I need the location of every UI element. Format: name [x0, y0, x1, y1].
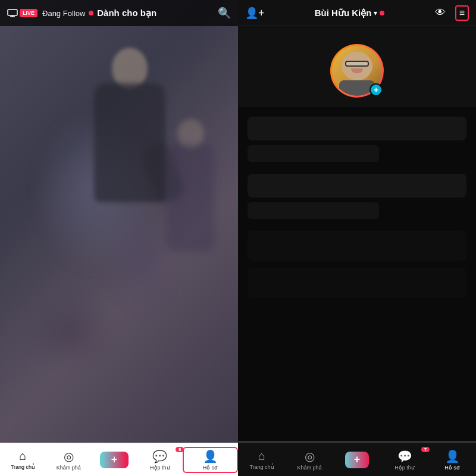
nav-item-kham-pha[interactable]: ◎ Khám phá	[46, 449, 92, 471]
home-icon: ⌂	[19, 449, 26, 463]
notification-dot-right	[380, 11, 384, 15]
avatar-face	[342, 52, 372, 80]
avatar-container: +	[330, 44, 384, 98]
right-bottom-nav: ⌂ Trang chủ ◎ Khám phá + 💬 Hộp thư 7 👤 H…	[238, 443, 476, 476]
stats-row-1	[248, 117, 466, 140]
live-badge-container: LIVE	[7, 9, 37, 17]
person-body	[94, 83, 165, 202]
add-user-icon[interactable]: 👤+	[245, 7, 265, 20]
info-group	[248, 174, 466, 219]
glasses	[345, 61, 369, 67]
danh-cho-ban-text[interactable]: Dành cho bạn	[97, 8, 156, 18]
info-row-2	[248, 202, 379, 219]
extra-row-2	[248, 268, 466, 298]
video-background	[0, 0, 238, 476]
second-body	[167, 144, 214, 251]
left-bottom-nav: ⌂ Trang chủ ◎ Khám phá + 💬 Hộp thư 8 👤 H…	[0, 443, 238, 476]
explore-icon: ◎	[64, 449, 74, 464]
eye-icon[interactable]: 👁	[435, 7, 446, 19]
right-header: 👤+ Bùi Hữu Kiện ▾ 👁 ≡	[238, 0, 476, 26]
stats-row-2	[248, 145, 379, 162]
live-badge-text: LIVE	[20, 9, 37, 17]
right-nav-ho-so[interactable]: 👤 Hồ sơ	[428, 449, 476, 471]
left-header: LIVE Đang Follow Dành cho bạn 🔍	[0, 0, 238, 26]
inbox-icon: 💬	[152, 449, 167, 464]
right-explore-icon: ◎	[305, 449, 315, 464]
nav-item-ho-so[interactable]: 👤 Hồ sơ	[183, 447, 238, 473]
menu-button[interactable]: ≡	[455, 5, 469, 21]
right-nav-hop-thu[interactable]: 💬 Hộp thư 7	[381, 449, 428, 471]
nav-item-plus[interactable]: +	[92, 452, 137, 468]
right-inbox-icon: 💬	[397, 449, 412, 464]
mouth	[351, 68, 363, 73]
right-nav-trang-chu[interactable]: ⌂ Trang chủ	[238, 449, 286, 470]
info-row-1	[248, 174, 466, 198]
right-panel: 👤+ Bùi Hữu Kiện ▾ 👁 ≡ +	[238, 0, 476, 476]
right-nav-kham-pha[interactable]: ◎ Khám phá	[286, 449, 333, 471]
extra-row-1	[248, 231, 466, 261]
dang-follow-text[interactable]: Đang Follow	[42, 9, 85, 18]
svg-rect-0	[8, 10, 17, 15]
chevron-down-icon[interactable]: ▾	[374, 9, 377, 17]
profile-section: +	[238, 26, 476, 107]
profile-icon: 👤	[203, 449, 218, 464]
left-panel: LIVE Đang Follow Dành cho bạn 🔍 ⌂ Trang …	[0, 0, 238, 476]
right-home-icon: ⌂	[258, 449, 265, 463]
search-icon[interactable]: 🔍	[218, 7, 231, 20]
notification-dot	[89, 11, 93, 15]
plus-button[interactable]: +	[102, 452, 126, 468]
stats-group	[248, 117, 466, 162]
dark-content-area	[238, 107, 476, 441]
add-follow-badge[interactable]: +	[369, 83, 383, 96]
tv-icon	[7, 9, 18, 17]
left-header-center: Đang Follow Dành cho bạn	[42, 8, 213, 18]
nav-item-trang-chu[interactable]: ⌂ Trang chủ	[0, 449, 46, 470]
right-plus-button[interactable]: +	[345, 452, 369, 468]
right-nav-plus[interactable]: +	[333, 452, 381, 468]
right-profile-icon: 👤	[445, 449, 460, 464]
person-figure-secondary	[161, 119, 220, 268]
profile-title: Bùi Hữu Kiện	[315, 8, 372, 18]
nav-item-hop-thu[interactable]: 💬 Hộp thư 8	[137, 449, 183, 471]
right-title-container: Bùi Hữu Kiện ▾	[270, 8, 430, 18]
